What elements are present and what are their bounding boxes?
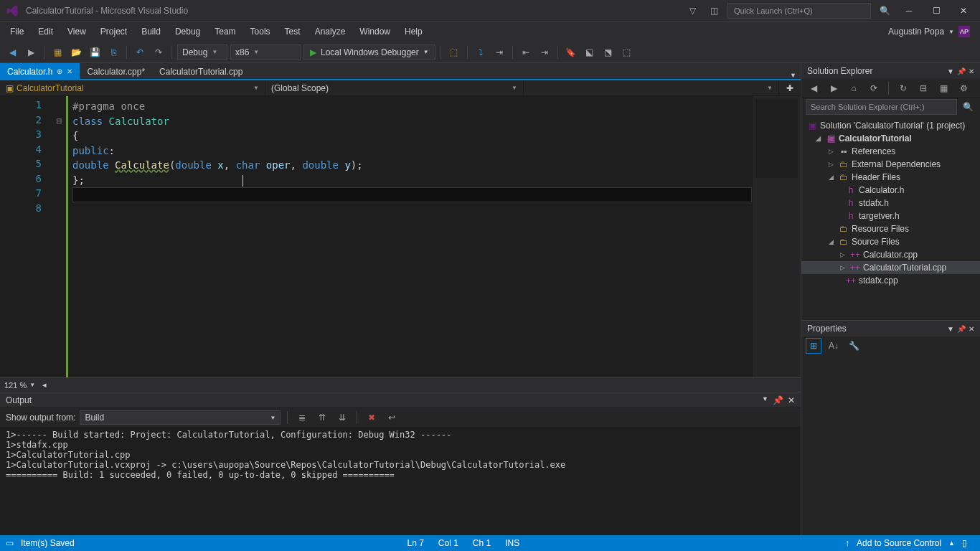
- panel-dropdown-icon[interactable]: ▼: [947, 325, 954, 333]
- categorized-view-button[interactable]: ⊞: [806, 338, 821, 354]
- tree-file[interactable]: h Calculator.h: [801, 184, 980, 197]
- se-back-icon[interactable]: ◀: [806, 80, 821, 96]
- se-sync-icon[interactable]: ⟳: [866, 80, 882, 96]
- pin-icon[interactable]: 📌: [957, 325, 966, 333]
- step-into-button[interactable]: ⇥: [491, 44, 507, 60]
- tree-source-files[interactable]: ◢ 🗀 Source Files: [801, 235, 980, 248]
- split-editor-button[interactable]: ✚: [779, 80, 801, 95]
- status-line[interactable]: Ln 7: [400, 538, 430, 548]
- fold-toggle-icon[interactable]: ⊟: [56, 114, 66, 129]
- tree-external-deps[interactable]: ▷ 🗀 External Dependencies: [801, 158, 980, 171]
- menu-tools[interactable]: Tools: [245, 24, 276, 39]
- output-icon[interactable]: ≣: [294, 410, 310, 425]
- property-pages-button[interactable]: 🔧: [846, 338, 862, 354]
- tree-file[interactable]: h targetver.h: [801, 209, 980, 222]
- word-wrap-button[interactable]: ↩: [384, 410, 400, 425]
- menu-team[interactable]: Team: [209, 24, 241, 39]
- namespace-scope-select[interactable]: (Global Scope) ▼: [265, 80, 524, 95]
- code-editor[interactable]: 1 2 3 4 5 6 7 8 ⊟ #pragma once class Cal…: [0, 96, 801, 377]
- hscroll-left-icon[interactable]: ◂: [42, 380, 47, 390]
- solution-platform-select[interactable]: x86 ▼: [230, 44, 301, 60]
- tree-references[interactable]: ▷ ▪▪ References: [801, 145, 980, 158]
- search-icon[interactable]: 🔍: [960, 99, 976, 115]
- status-ch[interactable]: Ch 1: [466, 538, 498, 548]
- step-over-button[interactable]: ⤵: [473, 44, 489, 60]
- expand-icon[interactable]: ▷: [840, 251, 847, 258]
- user-dropdown-caret-icon[interactable]: ▼: [948, 29, 954, 35]
- se-collapse-icon[interactable]: ⊟: [915, 80, 931, 96]
- status-col[interactable]: Col 1: [431, 538, 466, 548]
- output-source-select[interactable]: Build ▼: [80, 410, 281, 425]
- close-panel-icon[interactable]: ✕: [969, 325, 974, 333]
- next-bookmark-button[interactable]: ⬔: [600, 44, 616, 60]
- se-home-icon[interactable]: ⌂: [846, 80, 862, 96]
- tab-calculatortutorial-cpp[interactable]: CalculatorTutorial.cpp: [152, 63, 250, 79]
- nav-back-button[interactable]: ◀: [4, 44, 20, 60]
- search-icon[interactable]: 🔍: [877, 3, 892, 19]
- tree-resource-files[interactable]: 🗀 Resource Files: [801, 222, 980, 235]
- feedback-icon[interactable]: ◫: [706, 3, 722, 19]
- menu-file[interactable]: File: [4, 24, 29, 39]
- output-icon[interactable]: ⇈: [314, 410, 330, 425]
- tree-project[interactable]: ◢ ▣ CalculatorTutorial: [801, 132, 980, 145]
- bookmark-button[interactable]: 🔖: [563, 44, 579, 60]
- tree-header-files[interactable]: ◢ 🗀 Header Files: [801, 171, 980, 184]
- prev-bookmark-button[interactable]: ⬕: [582, 44, 598, 60]
- tree-file[interactable]: ▷ ++ Calculator.cpp: [801, 248, 980, 261]
- nav-forward-button[interactable]: ▶: [23, 44, 39, 60]
- zoom-caret-icon[interactable]: ▼: [29, 382, 35, 388]
- tab-overflow-caret-icon[interactable]: ▼: [790, 72, 796, 79]
- se-show-all-icon[interactable]: ▦: [936, 80, 951, 96]
- tab-calculator-h[interactable]: Calculator.h ⊕ ✕: [0, 63, 80, 79]
- quick-launch-input[interactable]: Quick Launch (Ctrl+Q): [727, 3, 871, 19]
- solution-explorer-search[interactable]: Search Solution Explorer (Ctrl+;): [806, 99, 957, 115]
- close-panel-icon[interactable]: ✕: [788, 395, 795, 405]
- expand-icon[interactable]: ◢: [829, 238, 836, 245]
- user-name[interactable]: Augustin Popa: [888, 27, 944, 37]
- expand-icon[interactable]: ◢: [829, 174, 836, 181]
- expand-icon[interactable]: ▷: [829, 161, 836, 168]
- close-button[interactable]: ✕: [953, 3, 974, 19]
- source-control-button[interactable]: Add to Source Control: [849, 538, 948, 548]
- clear-bookmarks-button[interactable]: ⬚: [619, 44, 635, 60]
- notifications-icon[interactable]: ▽: [684, 3, 700, 19]
- menu-build[interactable]: Build: [136, 24, 166, 39]
- tree-file[interactable]: ++ stdafx.cpp: [801, 274, 980, 287]
- project-scope-select[interactable]: ▣ CalculatorTutorial ▼: [0, 80, 265, 95]
- se-forward-icon[interactable]: ▶: [826, 80, 842, 96]
- alphabetical-view-button[interactable]: A↓: [826, 338, 842, 354]
- panel-dropdown-icon[interactable]: ▼: [947, 67, 954, 75]
- menu-view[interactable]: View: [62, 24, 92, 39]
- pin-icon[interactable]: 📌: [773, 395, 783, 405]
- pin-icon[interactable]: ⊕: [57, 67, 62, 75]
- menu-help[interactable]: Help: [399, 24, 428, 39]
- output-icon[interactable]: ⇊: [334, 410, 350, 425]
- open-file-button[interactable]: 📂: [68, 44, 84, 60]
- code-area[interactable]: #pragma once class Calculator { public: …: [66, 96, 752, 377]
- minimize-button[interactable]: ─: [898, 3, 920, 19]
- tree-solution[interactable]: ▣ Solution 'CalculatorTutorial' (1 proje…: [801, 119, 980, 132]
- close-panel-icon[interactable]: ✕: [969, 67, 974, 75]
- redo-button[interactable]: ↷: [151, 44, 166, 60]
- code-minimap[interactable]: [752, 96, 801, 377]
- output-text[interactable]: 1>------ Build started: Project: Calcula…: [0, 427, 801, 535]
- menu-test[interactable]: Test: [279, 24, 306, 39]
- zoom-level[interactable]: 121 %: [4, 381, 27, 390]
- expand-icon[interactable]: ▷: [840, 264, 847, 271]
- save-button[interactable]: 💾: [87, 44, 103, 60]
- tab-calculator-cpp[interactable]: Calculator.cpp*: [80, 63, 152, 79]
- clear-output-button[interactable]: ✖: [364, 410, 380, 425]
- expand-icon[interactable]: ◢: [816, 135, 823, 142]
- menu-edit[interactable]: Edit: [32, 24, 59, 39]
- menu-analyze[interactable]: Analyze: [309, 24, 352, 39]
- indent-button[interactable]: ⇥: [537, 44, 552, 60]
- expand-icon[interactable]: ▷: [829, 148, 836, 155]
- pin-icon[interactable]: 📌: [957, 67, 966, 75]
- maximize-button[interactable]: ☐: [925, 3, 947, 19]
- se-refresh-icon[interactable]: ↻: [895, 80, 911, 96]
- solution-config-select[interactable]: Debug ▼: [177, 44, 227, 60]
- tree-file[interactable]: h stdafx.h: [801, 197, 980, 209]
- outdent-button[interactable]: ⇤: [518, 44, 534, 60]
- se-properties-icon[interactable]: ⚙: [956, 80, 971, 96]
- save-all-button[interactable]: ⎘: [105, 44, 121, 60]
